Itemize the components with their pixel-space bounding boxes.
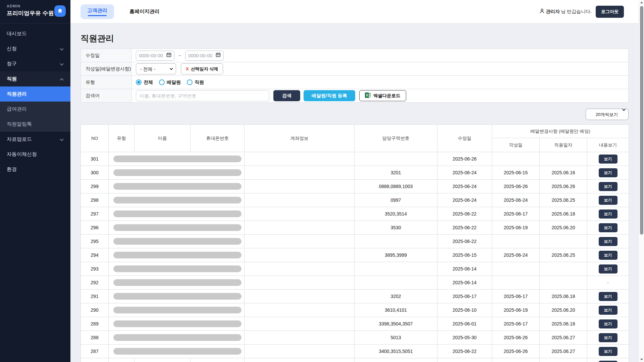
filter-value-written-date: - 전체 - X 선택일자 삭제: [132, 62, 629, 76]
register-staff-button[interactable]: 배달원/직원 등록: [304, 90, 355, 101]
calendar-icon[interactable]: [166, 52, 171, 59]
redacted-personal-info: [113, 224, 241, 231]
view-button[interactable]: 보기: [599, 306, 618, 315]
redacted-personal-info: [113, 265, 241, 272]
tab-label: 홈페이지관리: [129, 8, 160, 14]
sidebar-menu: 대시보드 신청 청구 직원 직원관리 급여관리: [0, 23, 70, 177]
home-icon: [57, 8, 63, 15]
view-button[interactable]: 보기: [599, 237, 618, 246]
view-button[interactable]: 보기: [599, 196, 618, 205]
page-size-select-wrap: 20개씩보기: [586, 109, 629, 120]
view-button[interactable]: 보기: [599, 168, 618, 177]
sidebar-item-staff[interactable]: 직원: [0, 71, 70, 86]
filter-label-keyword: 검색어: [81, 89, 132, 103]
written-date-select[interactable]: - 전체 -: [136, 63, 176, 74]
sidebar-item-dashboard[interactable]: 대시보드: [0, 26, 70, 41]
chevron-down-icon: [60, 136, 64, 142]
employee-table-body: 3012025-06-26보기30032012025-06-242025-06-…: [81, 152, 629, 362]
tab-customer-management[interactable]: 고객관리: [80, 4, 114, 19]
chevron-up-icon: [60, 76, 64, 82]
table-row: 2943895,39992025-06-152025-06-242025.06.…: [81, 248, 629, 262]
view-button[interactable]: 보기: [599, 319, 618, 328]
sidebar-header: ADMIN 프리미엄우유 수원: [0, 0, 70, 23]
radio-label: 배달원: [167, 79, 181, 85]
filter-label-type: 유형: [81, 76, 132, 89]
radio-type-all[interactable]: 전체: [136, 79, 153, 85]
table-row: 2932025-06-14보기: [81, 262, 629, 276]
radio-label: 전체: [144, 79, 153, 85]
calendar-icon[interactable]: [216, 52, 221, 59]
sidebar-submenu-staff: 직원관리 급여관리 직원알림톡: [0, 86, 70, 132]
vertical-scrollbar[interactable]: [639, 0, 644, 362]
col-phone: 휴대폰번호: [191, 125, 245, 152]
written-date-select-wrap: - 전체 -: [136, 63, 176, 74]
view-button[interactable]: 보기: [599, 155, 618, 164]
tab-label: 고객관리: [87, 7, 107, 13]
greeting-text: 관리자님 반갑습니다.: [539, 8, 592, 15]
sidebar-item-payroll[interactable]: 급여관리: [0, 102, 70, 117]
chevron-down-icon: [60, 61, 64, 67]
sidebar-item-billing[interactable]: 청구: [0, 56, 70, 71]
redacted-personal-info: [113, 307, 241, 313]
col-name: 이름: [135, 125, 191, 152]
view-button[interactable]: 보기: [599, 251, 618, 260]
view-button[interactable]: 보기: [599, 209, 618, 219]
view-button[interactable]: 보기: [599, 182, 618, 191]
redacted-personal-info: [113, 238, 241, 245]
sidebar-item-label: 환경: [7, 166, 17, 173]
view-button[interactable]: 보기: [599, 292, 618, 301]
app-window: ADMIN 프리미엄우유 수원 대시보드 신청 청구 직원: [0, 0, 644, 362]
scrollbar-thumb[interactable]: [640, 6, 643, 235]
radio-icon: [159, 79, 165, 85]
redacted-personal-info: [113, 293, 241, 300]
sidebar-item-autotransfer[interactable]: 자동이체신청: [0, 147, 70, 162]
greeting-username: 관리자: [546, 9, 560, 15]
user-area: 관리자님 반갑습니다. 로그아웃: [539, 6, 624, 18]
filter-panel: 수정일 ~: [80, 49, 629, 103]
employee-table: NO 유형 이름 휴대폰번호 계좌정보 담당구역번호 수정일 배달변경사항 (배…: [80, 124, 629, 362]
top-tabs: 고객관리 홈페이지관리: [80, 4, 166, 19]
radio-type-staff[interactable]: 직원: [187, 79, 204, 85]
redacted-personal-info: [113, 320, 241, 327]
tab-homepage-management[interactable]: 홈페이지관리: [123, 5, 166, 18]
date-to-input[interactable]: [188, 53, 214, 58]
date-range-separator: ~: [178, 53, 181, 58]
logout-button[interactable]: 로그아웃: [596, 6, 624, 18]
scroll-up-arrow[interactable]: [640, 2, 643, 3]
date-from-box: [136, 51, 174, 61]
sidebar-item-staff-management[interactable]: 직원관리: [0, 86, 70, 102]
top-bar: 고객관리 홈페이지관리 관리자님 반갑습니다. 로그아웃: [70, 0, 644, 23]
col-modified: 수정일: [437, 125, 492, 152]
sidebar-item-settings[interactable]: 환경: [0, 162, 70, 177]
employee-table-header: NO 유형 이름 휴대폰번호 계좌정보 담당구역번호 수정일 배달변경사항 (배…: [81, 125, 629, 152]
excel-download-label: 엑셀다운로드: [373, 93, 400, 99]
col-account: 계좌정보: [245, 125, 355, 152]
view-button[interactable]: 보기: [599, 223, 618, 232]
date-from-input[interactable]: [139, 53, 165, 58]
redacted-personal-info: [113, 169, 241, 176]
view-button[interactable]: 보기: [599, 264, 618, 274]
sidebar-item-label: 급여관리: [7, 106, 27, 112]
view-button[interactable]: 보기: [599, 347, 618, 356]
sidebar-item-data-upload[interactable]: 자료업로드: [0, 132, 70, 147]
search-input[interactable]: [136, 90, 269, 101]
view-button[interactable]: 보기: [599, 333, 618, 342]
search-button[interactable]: 검색: [273, 90, 300, 101]
sidebar-item-apply[interactable]: 신청: [0, 41, 70, 56]
delete-selected-date-button[interactable]: X 선택일자 삭제: [181, 63, 223, 74]
sidebar-item-label: 직원알림톡: [7, 121, 32, 127]
active-tab-underline: [88, 15, 107, 16]
table-row: 2893398,3504,35072025-06-012025-06-17202…: [81, 317, 629, 331]
radio-type-delivery[interactable]: 배달원: [159, 79, 181, 85]
excel-download-button[interactable]: X 엑셀다운로드: [359, 90, 406, 101]
table-row: 29132022025-06-172025-06-172025.06.18보기: [81, 290, 629, 303]
filter-label-written-date: 작성일(배달변경사항): [81, 62, 132, 76]
scroll-down-arrow[interactable]: [640, 359, 643, 360]
page-size-select[interactable]: 20개씩보기: [586, 109, 629, 120]
content-area: 직원관리 수정일 ~: [70, 23, 644, 362]
radio-icon: [187, 79, 193, 85]
sidebar-item-staff-alimtalk[interactable]: 직원알림톡: [0, 117, 70, 132]
view-button[interactable]: 보기: [599, 361, 618, 362]
home-button[interactable]: [54, 5, 66, 17]
sidebar-item-label: 대시보드: [7, 31, 27, 37]
